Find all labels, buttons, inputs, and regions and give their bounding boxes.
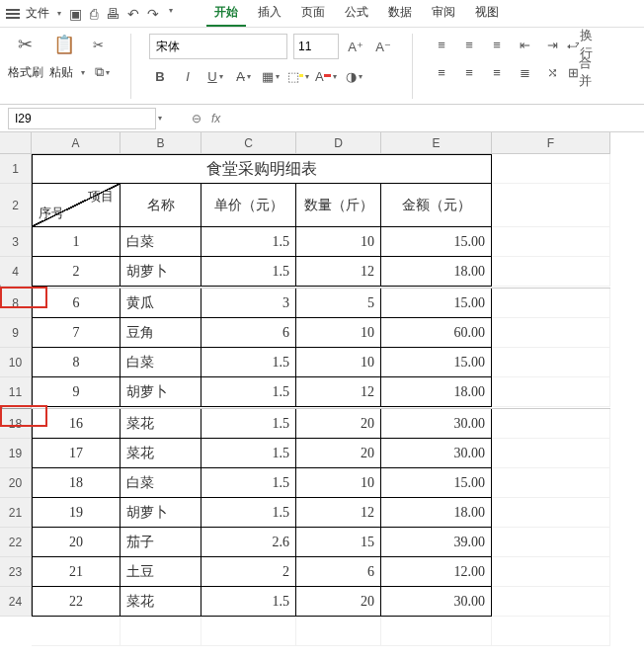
col-head-D[interactable]: D: [296, 132, 381, 154]
cell[interactable]: 20: [296, 439, 381, 468]
cell[interactable]: 15: [296, 528, 381, 557]
row-head-3[interactable]: 3: [0, 227, 32, 257]
align-middle-icon[interactable]: ≡: [458, 34, 480, 55]
row-head-4[interactable]: 4: [0, 257, 32, 287]
cell[interactable]: 10: [296, 468, 381, 498]
tab-start[interactable]: 开始: [206, 0, 246, 27]
decrease-font-icon[interactable]: A⁻: [372, 36, 394, 57]
increase-indent-icon[interactable]: ⇥: [541, 34, 563, 55]
tab-data[interactable]: 数据: [380, 0, 420, 27]
table-header[interactable]: 单价（元）: [201, 184, 296, 227]
file-menu[interactable]: 文件: [26, 5, 49, 22]
cell[interactable]: 20: [296, 587, 381, 617]
cell[interactable]: [492, 377, 610, 407]
row-head-9[interactable]: 9: [0, 318, 32, 348]
strikethrough-icon[interactable]: A̶▾: [232, 65, 254, 87]
cell[interactable]: 10: [296, 348, 381, 377]
justify-icon[interactable]: ≣: [514, 61, 535, 83]
chevron-down-icon[interactable]: ▾: [57, 9, 61, 18]
cell[interactable]: 胡萝卜: [121, 257, 201, 287]
cell[interactable]: 1.5: [201, 409, 296, 439]
cell[interactable]: 1.5: [201, 468, 296, 498]
print-preview-icon[interactable]: ⎙: [90, 6, 98, 22]
cell[interactable]: 8: [32, 348, 121, 377]
redo-icon[interactable]: ↷: [147, 6, 159, 22]
menu-icon[interactable]: [6, 9, 20, 19]
cell[interactable]: [121, 617, 201, 646]
cell[interactable]: [201, 617, 296, 646]
cell[interactable]: 7: [32, 318, 121, 348]
cell[interactable]: 1.5: [201, 377, 296, 407]
align-bottom-icon[interactable]: ≡: [486, 34, 508, 55]
row-head-11[interactable]: 11: [0, 377, 32, 407]
save-icon[interactable]: ▣: [69, 6, 82, 22]
cell[interactable]: 9: [32, 377, 121, 407]
tab-page[interactable]: 页面: [293, 0, 333, 27]
cell[interactable]: 1.5: [201, 587, 296, 617]
row-head-20[interactable]: 20: [0, 468, 32, 498]
col-head-C[interactable]: C: [201, 132, 296, 154]
cell[interactable]: 18: [32, 468, 121, 498]
cell[interactable]: 10: [296, 227, 381, 257]
tab-formula[interactable]: 公式: [337, 0, 376, 27]
align-top-icon[interactable]: ≡: [431, 34, 452, 55]
underline-icon[interactable]: U▾: [204, 65, 226, 87]
cell[interactable]: 20: [32, 528, 121, 557]
cell[interactable]: 30.00: [381, 587, 492, 617]
cell[interactable]: 60.00: [381, 318, 492, 348]
cell[interactable]: 1.5: [201, 227, 296, 257]
border-icon[interactable]: ▦▾: [260, 65, 282, 87]
cell[interactable]: 胡萝卜: [121, 377, 201, 407]
cell[interactable]: 18.00: [381, 377, 492, 407]
cell[interactable]: 白菜: [121, 468, 201, 498]
cell[interactable]: 白菜: [121, 348, 201, 377]
cell[interactable]: [492, 184, 610, 227]
cell[interactable]: [492, 289, 610, 318]
cell[interactable]: 10: [296, 318, 381, 348]
cell[interactable]: 2: [32, 257, 121, 287]
fill-color-icon[interactable]: ⬚▾: [287, 65, 309, 87]
row-head-22[interactable]: 22: [0, 528, 32, 557]
cell[interactable]: 30.00: [381, 439, 492, 468]
cell[interactable]: [381, 617, 492, 646]
cell[interactable]: 5: [296, 289, 381, 318]
row-head-23[interactable]: 23: [0, 557, 32, 587]
col-head-A[interactable]: A: [32, 132, 121, 154]
wrap-text-button[interactable]: ⮐ 换行: [569, 34, 591, 55]
row-head-24[interactable]: 24: [0, 587, 32, 617]
cell[interactable]: 菜花: [121, 409, 201, 439]
cell[interactable]: 白菜: [121, 227, 201, 257]
col-head-E[interactable]: E: [381, 132, 492, 154]
copy-icon[interactable]: ⧉▾: [91, 61, 113, 83]
cell[interactable]: 土豆: [121, 557, 201, 587]
cell[interactable]: 1.5: [201, 348, 296, 377]
cell[interactable]: [492, 557, 610, 587]
table-corner-header[interactable]: 项目序号: [32, 184, 121, 227]
merge-button[interactable]: ⊞ 合并: [569, 61, 591, 83]
bold-icon[interactable]: B: [149, 65, 171, 87]
cell[interactable]: 19: [32, 498, 121, 528]
cell[interactable]: [296, 617, 381, 646]
italic-icon[interactable]: I: [177, 65, 199, 87]
chevron-down-icon[interactable]: ▾: [169, 6, 173, 22]
cell[interactable]: 22: [32, 587, 121, 617]
select-all-corner[interactable]: [0, 132, 32, 154]
cell[interactable]: [492, 439, 610, 468]
cell[interactable]: 1.5: [201, 257, 296, 287]
tab-insert[interactable]: 插入: [250, 0, 289, 27]
cell[interactable]: 2: [201, 557, 296, 587]
cell[interactable]: 12: [296, 377, 381, 407]
tab-view[interactable]: 视图: [467, 0, 507, 27]
row-head-19[interactable]: 19: [0, 439, 32, 468]
cell[interactable]: 1.5: [201, 498, 296, 528]
print-icon[interactable]: 🖶: [106, 6, 120, 22]
cell[interactable]: 15.00: [381, 227, 492, 257]
cancel-formula-icon[interactable]: ⊖: [192, 112, 201, 125]
cell[interactable]: [492, 587, 610, 617]
table-header[interactable]: 金额（元）: [381, 184, 492, 227]
cell[interactable]: 1.5: [201, 439, 296, 468]
font-color-icon[interactable]: A▾: [315, 65, 337, 87]
cell[interactable]: 2.6: [201, 528, 296, 557]
cell[interactable]: 15.00: [381, 468, 492, 498]
undo-icon[interactable]: ↶: [127, 6, 139, 22]
